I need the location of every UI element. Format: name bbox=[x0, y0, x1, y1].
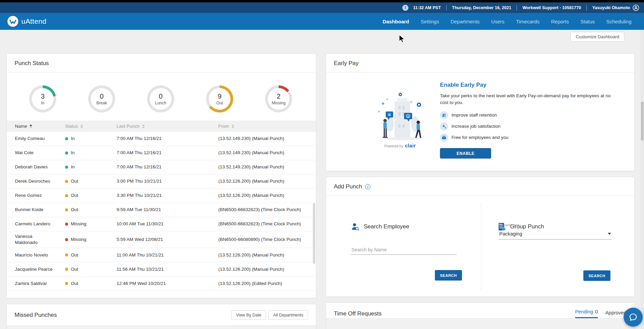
time-off-requests-card: Time Off Requests Pending0Approved bbox=[326, 303, 635, 329]
employee-name: Rene Gomez bbox=[7, 190, 57, 201]
all-departments-button[interactable]: All Departments bbox=[268, 310, 308, 320]
svg-text:🏛: 🏛 bbox=[388, 113, 391, 117]
status-label: Out bbox=[71, 178, 78, 184]
status-dot bbox=[65, 238, 68, 241]
last-punch: 10:00 AM Tue 11/30/21 bbox=[108, 219, 210, 229]
chat-launcher-button[interactable] bbox=[624, 308, 643, 327]
table-row[interactable]: Zamira SaldivarOut12:46 PM Wed 10/20/21(… bbox=[7, 276, 316, 291]
brand-name: uAttend bbox=[21, 17, 46, 25]
card-title: Missed Punches bbox=[15, 312, 57, 318]
employee-status: Out bbox=[57, 279, 108, 289]
punch-from: (13.52.126.200) (Manual Punch) bbox=[210, 176, 316, 186]
nav-item-timecards[interactable]: Timecards bbox=[515, 17, 540, 26]
punch-stat-inner: 0Lunch bbox=[150, 88, 172, 110]
sort-icon bbox=[29, 124, 32, 128]
card-title: Add Punch bbox=[334, 183, 362, 190]
enable-button[interactable]: ENABLE bbox=[440, 148, 491, 159]
employee-status: Out bbox=[57, 205, 108, 215]
punch-table-header: NameStatusLast PunchFrom bbox=[7, 121, 316, 132]
status-dot bbox=[65, 194, 68, 197]
search-employee-input[interactable] bbox=[351, 245, 457, 255]
customize-dashboard-button[interactable]: Customize Dashboard bbox=[570, 32, 624, 42]
missed-punches-buttons: View By DateAll Departments bbox=[231, 310, 308, 320]
column-header-status[interactable]: Status bbox=[57, 124, 108, 129]
table-row[interactable]: Emily ComeauIn7:00 AM Thu 12/16/21(13.52… bbox=[7, 132, 316, 146]
user-menu[interactable]: Yasuyuki Okamoto bbox=[592, 4, 639, 11]
nav-item-status[interactable]: Status bbox=[580, 17, 596, 26]
department-select[interactable]: Packaging bbox=[499, 230, 612, 240]
table-row[interactable]: Carmelo LanderoMissing10:00 AM Tue 11/30… bbox=[7, 217, 316, 231]
account-name[interactable]: Workwell Support - 10581770 bbox=[522, 5, 581, 10]
last-punch: 7:00 AM Thu 12/16/21 bbox=[108, 148, 210, 158]
sort-icon bbox=[142, 124, 145, 128]
nav-item-departments[interactable]: Departments bbox=[450, 17, 480, 26]
early-pay-bullet: Increase job satisfaction bbox=[440, 122, 613, 130]
status-dot bbox=[65, 282, 68, 285]
table-row[interactable]: Wai CoteIn7:00 AM Thu 12/16/21(13.52.149… bbox=[7, 146, 316, 160]
column-header-from[interactable]: From bbox=[210, 124, 316, 129]
early-pay-bullet: Free for employees and you bbox=[440, 133, 613, 142]
department-label: Department bbox=[499, 223, 519, 227]
add-punch-body: Search Employee SEARCH 👥 G bbox=[326, 196, 634, 293]
tab-pending[interactable]: Pending0 bbox=[575, 309, 598, 318]
separator bbox=[586, 5, 587, 11]
status-dot bbox=[65, 208, 68, 211]
table-scrollbar[interactable] bbox=[313, 203, 315, 264]
nav-item-dashboard[interactable]: Dashboard bbox=[382, 17, 410, 26]
nav-item-reports[interactable]: Reports bbox=[550, 17, 570, 26]
nav-item-settings[interactable]: Settings bbox=[420, 17, 440, 26]
clock-time: 11:32 AM PST bbox=[413, 5, 441, 10]
column-header-name[interactable]: Name bbox=[7, 124, 57, 129]
column-label: Last Punch bbox=[117, 124, 140, 129]
table-row[interactable]: Jacqueline PearceOut11:56 AM Thu 10/21/2… bbox=[7, 262, 316, 276]
employee-name: Carmelo Landero bbox=[7, 219, 57, 229]
brand-logo[interactable]: uAttend bbox=[7, 16, 46, 27]
punch-stat-inner: 9Out bbox=[209, 88, 230, 110]
status-label: Missing bbox=[71, 237, 86, 243]
table-row[interactable]: Derek DesrochesOut3:00 PM Thu 10/21/21(1… bbox=[7, 174, 316, 189]
user-avatar-icon[interactable] bbox=[632, 4, 639, 11]
punch-stat-value: 3 bbox=[41, 93, 44, 100]
early-pay-bullet-label: Increase job satisfaction bbox=[451, 124, 501, 129]
alert-icon[interactable]: ! bbox=[402, 5, 408, 11]
column-header-last-punch[interactable]: Last Punch bbox=[108, 124, 210, 129]
punch-stat-label: Missing bbox=[272, 101, 286, 105]
punch-from: (BN6500-66832823) (Time Clock Punch) bbox=[210, 219, 316, 229]
nav-item-scheduling[interactable]: Scheduling bbox=[606, 17, 632, 26]
page-scrollbar[interactable] bbox=[641, 30, 644, 329]
table-row[interactable]: Rene GomezOut3:30 PM Thu 10/21/21(13.52.… bbox=[7, 189, 316, 203]
search-employee-button[interactable]: SEARCH bbox=[435, 270, 462, 281]
sort-up-arrow bbox=[29, 124, 32, 126]
info-icon[interactable]: i bbox=[365, 184, 370, 189]
punch-stat-missing: 2Missing bbox=[265, 85, 292, 112]
column-label: From bbox=[218, 124, 229, 129]
missed-punches-card: Missed Punches View By DateAll Departmen… bbox=[6, 304, 316, 329]
table-row[interactable]: Bunmei KoideOut9:59 AM Tue 11/30/21(BN65… bbox=[7, 203, 316, 217]
early-pay-bullets: Improve staff retentionIncrease job sati… bbox=[440, 111, 613, 142]
status-dot bbox=[65, 268, 68, 271]
last-punch: 12:46 PM Wed 10/20/21 bbox=[108, 279, 210, 289]
punch-stat-inner: 3In bbox=[32, 88, 54, 110]
tab-approved[interactable]: Approved bbox=[605, 310, 626, 318]
user-name: Yasuyuki Okamoto bbox=[592, 5, 630, 10]
table-row[interactable]: Deborah DaviesIn7:00 AM Thu 12/16/21(13.… bbox=[7, 160, 316, 174]
punch-stat-label: Lunch bbox=[155, 101, 166, 105]
missed-punches-table-header bbox=[7, 326, 316, 329]
nav-item-users[interactable]: Users bbox=[490, 17, 505, 26]
view-by-date-button[interactable]: View By Date bbox=[231, 310, 266, 320]
punch-stat-inner: 0Break bbox=[91, 88, 113, 110]
punch-from: (13.52.126.200) (Manual Punch) bbox=[210, 264, 316, 274]
table-row[interactable]: Vanessa MaldonadoMissing5:59 AM Wed 12/0… bbox=[7, 231, 316, 248]
page-scrollbar-thumb[interactable] bbox=[641, 102, 644, 141]
table-row[interactable]: Maurício NoveloOut11:00 AM Thu 10/21/21(… bbox=[7, 248, 316, 262]
status-dot bbox=[65, 166, 68, 169]
group-punch-search-button[interactable]: SEARCH bbox=[583, 270, 610, 281]
punch-stats-row: 3In0Break0Lunch9Out2Missing bbox=[7, 73, 316, 121]
add-punch-card: Add Punch i Search Employee SEAR bbox=[326, 177, 635, 297]
punch-from: (13.52.149.230) (Manual Punch) bbox=[210, 162, 316, 172]
tab-count: 0 bbox=[595, 309, 598, 314]
status-dot bbox=[65, 253, 68, 256]
powered-by: Powered by clair bbox=[384, 143, 416, 148]
sort-icon bbox=[232, 124, 234, 128]
status-label: Out bbox=[71, 207, 78, 213]
